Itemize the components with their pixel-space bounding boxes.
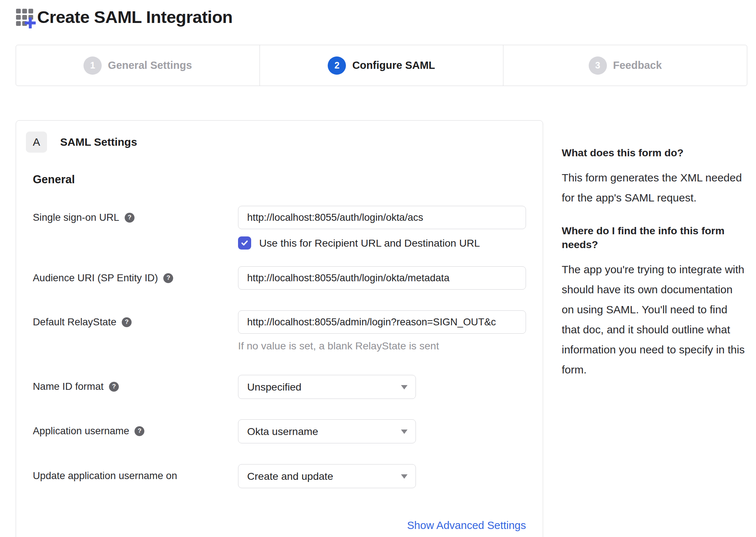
- step-general-settings[interactable]: 1 General Settings: [16, 45, 260, 86]
- name-id-format-help-icon[interactable]: ?: [109, 382, 119, 392]
- help-sidebar: What does this form do? This form genera…: [562, 146, 746, 396]
- single-sign-on-url-row: Single sign-on URL ? Use this for Recipi…: [33, 206, 526, 250]
- panel-header: A SAML Settings: [26, 132, 526, 153]
- use-for-recipient-checkbox[interactable]: [238, 236, 251, 250]
- relaystate-helper-text: If no value is set, a blank RelayState i…: [238, 340, 526, 352]
- single-sign-on-url-help-icon[interactable]: ?: [125, 213, 135, 223]
- sidebar-heading-where: Where do I find the info this form needs…: [562, 224, 746, 251]
- sidebar-body-where: The app you're trying to integrate with …: [562, 259, 746, 380]
- saml-settings-panel: A SAML Settings General Single sign-on U…: [16, 120, 543, 537]
- application-username-value: Okta username: [247, 426, 318, 438]
- name-id-format-row: Name ID format ? Unspecified: [33, 375, 526, 399]
- name-id-format-label: Name ID format: [33, 381, 104, 392]
- audience-uri-row: Audience URI (SP Entity ID) ?: [33, 266, 526, 290]
- grid-plus-icon: [15, 7, 35, 27]
- name-id-format-value: Unspecified: [247, 381, 301, 393]
- default-relaystate-help-icon[interactable]: ?: [122, 317, 132, 327]
- application-username-select[interactable]: Okta username: [238, 419, 416, 443]
- check-icon: [241, 239, 249, 247]
- sidebar-heading-what: What does this form do?: [562, 146, 746, 160]
- application-username-label: Application username: [33, 425, 129, 437]
- chevron-down-icon: [401, 474, 408, 479]
- chevron-down-icon: [401, 385, 408, 389]
- page-title: Create SAML Integration: [37, 7, 233, 27]
- update-application-username-label: Update application username on: [33, 470, 177, 482]
- update-application-username-select[interactable]: Create and update: [238, 464, 416, 488]
- step-1-number-badge: 1: [83, 56, 102, 75]
- application-username-help-icon[interactable]: ?: [135, 426, 144, 436]
- recipient-url-checkbox-row: Use this for Recipient URL and Destinati…: [238, 236, 526, 250]
- audience-uri-help-icon[interactable]: ?: [163, 273, 173, 283]
- sidebar-body-what: This form generates the XML needed for t…: [562, 168, 746, 208]
- use-for-recipient-checkbox-label: Use this for Recipient URL and Destinati…: [259, 237, 480, 249]
- plus-icon: [25, 17, 36, 28]
- single-sign-on-url-input[interactable]: [238, 206, 526, 229]
- section-title: SAML Settings: [60, 136, 137, 148]
- default-relaystate-input[interactable]: [238, 310, 526, 334]
- wizard-steps: 1 General Settings 2 Configure SAML 3 Fe…: [16, 45, 747, 86]
- step-2-number-badge: 2: [328, 56, 346, 75]
- advanced-settings-row: Show Advanced Settings: [33, 519, 526, 532]
- step-1-label: General Settings: [108, 59, 192, 71]
- default-relaystate-label: Default RelayState: [33, 316, 116, 328]
- step-feedback[interactable]: 3 Feedback: [503, 45, 747, 86]
- section-a-badge: A: [26, 132, 47, 153]
- step-configure-saml[interactable]: 2 Configure SAML: [260, 45, 503, 86]
- audience-uri-input[interactable]: [238, 266, 526, 290]
- audience-uri-label: Audience URI (SP Entity ID): [33, 272, 158, 284]
- default-relaystate-row: Default RelayState ? If no value is set,…: [33, 310, 526, 352]
- page-header: Create SAML Integration: [15, 7, 233, 27]
- update-application-username-value: Create and update: [247, 470, 333, 482]
- chevron-down-icon: [401, 430, 408, 434]
- show-advanced-settings-link[interactable]: Show Advanced Settings: [407, 519, 526, 531]
- step-2-label: Configure SAML: [352, 59, 435, 71]
- step-3-label: Feedback: [613, 59, 662, 71]
- single-sign-on-url-label: Single sign-on URL: [33, 212, 119, 223]
- update-application-username-row: Update application username on Create an…: [33, 464, 526, 488]
- group-title-general: General: [33, 173, 526, 186]
- application-username-row: Application username ? Okta username: [33, 419, 526, 443]
- step-3-number-badge: 3: [589, 56, 607, 75]
- name-id-format-select[interactable]: Unspecified: [238, 375, 416, 399]
